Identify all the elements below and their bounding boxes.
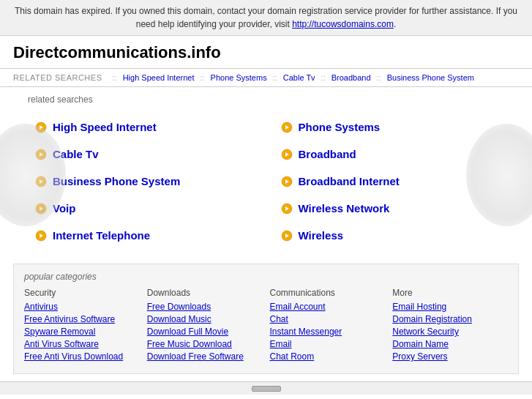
link-free-music[interactable]: Free Music Download <box>147 339 232 349</box>
link-highspeed[interactable]: High Speed Internet <box>53 121 157 133</box>
list-item: Email Account <box>270 301 386 312</box>
search-item-internet-telephone: Internet Telephone <box>20 222 266 249</box>
link-free-antivirus-download[interactable]: Free Anti Virus Download <box>24 351 123 362</box>
list-item: Chat <box>270 313 386 324</box>
category-downloads: Downloads Free Downloads Download Music … <box>147 288 263 363</box>
related-bar: RELATED SEARCHES :: High Speed Internet … <box>0 68 532 87</box>
link-download-music[interactable]: Download Music <box>147 314 211 324</box>
list-item: Anti Virus Software <box>24 338 140 349</box>
link-email[interactable]: Email <box>270 339 292 349</box>
list-item: Spyware Removal <box>24 326 140 337</box>
link-email-account[interactable]: Email Account <box>270 302 326 312</box>
bottom-scrollbar[interactable] <box>0 381 532 395</box>
communications-list: Email Account Chat Instant Messenger Ema… <box>270 301 386 362</box>
popular-label: popular categories <box>24 272 508 282</box>
list-item: Instant Messenger <box>270 326 386 337</box>
list-item: Domain Name <box>392 338 508 349</box>
popular-grid: Security Antivirus Free Antivirus Softwa… <box>24 288 508 363</box>
arrow-icon <box>281 176 293 187</box>
link-bizphone[interactable]: Business Phone System <box>53 175 180 187</box>
related-searches-label: related searches <box>28 94 519 105</box>
list-item: Proxy Servers <box>392 351 508 362</box>
list-item: Network Security <box>392 326 508 337</box>
list-item: Email Hosting <box>392 301 508 312</box>
link-chat-room[interactable]: Chat Room <box>270 351 315 362</box>
related-bar-label: RELATED SEARCHES <box>13 73 102 82</box>
list-item: Download Full Movie <box>147 326 263 337</box>
arrow-icon <box>281 149 293 160</box>
list-item: Domain Registration <box>392 313 508 324</box>
list-item: Download Free Software <box>147 351 263 362</box>
search-item-wireless: Wireless <box>266 222 512 249</box>
link-domain-name[interactable]: Domain Name <box>392 339 449 349</box>
link-free-antivirus[interactable]: Free Antivirus Software <box>24 314 115 324</box>
related-bar-link-highspeed[interactable]: High Speed Internet <box>123 73 195 82</box>
related-bar-link-cable[interactable]: Cable Tv <box>283 73 315 82</box>
security-title: Security <box>24 288 140 298</box>
list-item: Download Music <box>147 313 263 324</box>
arrow-icon <box>35 230 47 242</box>
list-item: Antivirus <box>24 301 140 312</box>
link-proxy-servers[interactable]: Proxy Servers <box>392 351 447 362</box>
main-content: related searches High Speed Internet Pho… <box>0 87 532 256</box>
list-item: Free Downloads <box>147 301 263 312</box>
list-item: Chat Room <box>270 351 386 362</box>
link-internet-telephone[interactable]: Internet Telephone <box>53 229 150 242</box>
link-download-software[interactable]: Download Free Software <box>147 351 244 362</box>
scrollbar-thumb[interactable] <box>252 386 281 392</box>
link-antivirus[interactable]: Antivirus <box>24 302 58 312</box>
link-broadbandinternet[interactable]: Broadband Internet <box>299 175 400 187</box>
related-bar-link-bizphone[interactable]: Business Phone System <box>387 73 474 82</box>
expired-banner: This domain has expired. If you owned th… <box>0 0 532 36</box>
link-email-hosting[interactable]: Email Hosting <box>392 302 446 312</box>
link-antivirus-software[interactable]: Anti Virus Software <box>24 339 99 349</box>
link-spyware[interactable]: Spyware Removal <box>24 327 95 337</box>
list-item: Free Music Download <box>147 338 263 349</box>
list-item: Email <box>270 338 386 349</box>
link-network-security[interactable]: Network Security <box>392 327 459 337</box>
banner-text: This domain has expired. If you owned th… <box>15 6 517 29</box>
link-free-downloads[interactable]: Free Downloads <box>147 302 211 312</box>
link-download-movie[interactable]: Download Full Movie <box>147 327 228 337</box>
arrow-icon <box>281 230 293 242</box>
arrow-icon <box>281 203 293 215</box>
more-title: More <box>392 288 508 298</box>
link-broadband[interactable]: Broadband <box>299 148 356 160</box>
search-item-phone: Phone Systems <box>266 113 512 141</box>
link-domain-registration[interactable]: Domain Registration <box>392 314 472 324</box>
security-list: Antivirus Free Antivirus Software Spywar… <box>24 301 140 362</box>
list-item: Free Anti Virus Download <box>24 351 140 362</box>
link-wireless-network[interactable]: Wireless Network <box>299 202 390 215</box>
site-title: Directcommunications.info <box>0 36 532 68</box>
link-phone[interactable]: Phone Systems <box>299 121 381 133</box>
link-wireless[interactable]: Wireless <box>299 229 344 242</box>
arrow-icon <box>281 122 293 133</box>
related-bar-link-phone[interactable]: Phone Systems <box>211 73 267 82</box>
list-item: Free Antivirus Software <box>24 313 140 324</box>
category-more: More Email Hosting Domain Registration N… <box>392 288 508 363</box>
communications-title: Communications <box>270 288 386 298</box>
category-communications: Communications Email Account Chat Instan… <box>270 288 386 363</box>
more-list: Email Hosting Domain Registration Networ… <box>392 301 508 362</box>
category-security: Security Antivirus Free Antivirus Softwa… <box>24 288 140 363</box>
link-instant-messenger[interactable]: Instant Messenger <box>270 327 342 337</box>
related-bar-link-broadband[interactable]: Broadband <box>331 73 371 82</box>
search-item-highspeed: High Speed Internet <box>20 113 266 141</box>
downloads-title: Downloads <box>147 288 263 298</box>
search-grid: High Speed Internet Phone Systems Cable … <box>20 113 512 249</box>
banner-link[interactable]: http://tucowsdomains.com <box>292 19 394 29</box>
separator-1: :: <box>113 73 117 82</box>
downloads-list: Free Downloads Download Music Download F… <box>147 301 263 362</box>
link-chat[interactable]: Chat <box>270 314 288 324</box>
popular-section: popular categories Security Antivirus Fr… <box>13 264 519 374</box>
